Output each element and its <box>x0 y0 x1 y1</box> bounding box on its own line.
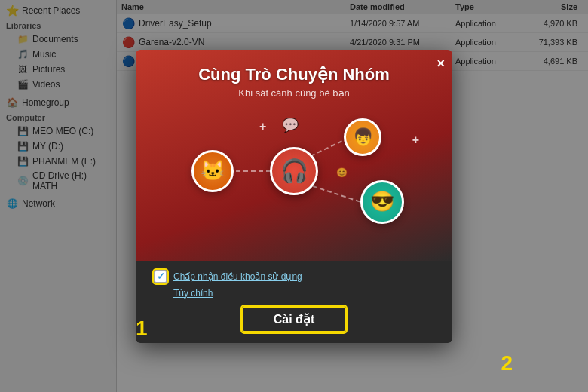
char-center-headphone: 🎧 <box>270 147 318 195</box>
install-button[interactable]: Cài đặt <box>242 306 346 332</box>
modal-subtitle: Khi sát cánh cùng bè bạn <box>154 87 434 99</box>
char-top-right: 👦 <box>344 118 381 156</box>
install-button-row: Cài đặt <box>154 306 434 332</box>
explorer-window: ⭐ Recent Places Libraries 📁 Documents 🎵 … <box>0 0 588 392</box>
install-modal: × Cùng Trò Chuyện Nhóm Khi sát cánh cùng… <box>136 50 452 343</box>
plus-decor-1: + <box>412 133 419 147</box>
emoji-decor: 😊 <box>336 167 348 178</box>
modal-footer: Chấp nhận điều khoản sử dụng Tùy chỉnh C… <box>136 261 452 343</box>
speech-bubble-decor: 💬 <box>282 117 299 133</box>
close-button[interactable]: × <box>436 56 445 72</box>
modal-overlay: × Cùng Trò Chuyện Nhóm Khi sát cánh cùng… <box>0 0 588 392</box>
terms-link[interactable]: Chấp nhận điều khoản sử dụng <box>173 271 302 282</box>
terms-checkbox[interactable] <box>154 270 167 283</box>
terms-row: Chấp nhận điều khoản sử dụng <box>154 270 434 283</box>
characters-illustration: 💬 + + 😊 🐱 🎧 👦 😎 <box>154 111 434 231</box>
annotation-number-2: 2 <box>501 351 513 375</box>
customize-link[interactable]: Tùy chỉnh <box>173 288 434 299</box>
modal-title: Cùng Trò Chuyện Nhóm <box>154 65 434 84</box>
modal-body: × Cùng Trò Chuyện Nhóm Khi sát cánh cùng… <box>136 50 452 261</box>
char-bottom-right: 😎 <box>360 180 404 224</box>
char-left: 🐱 <box>191 150 234 192</box>
plus-decor-2: + <box>259 120 266 133</box>
